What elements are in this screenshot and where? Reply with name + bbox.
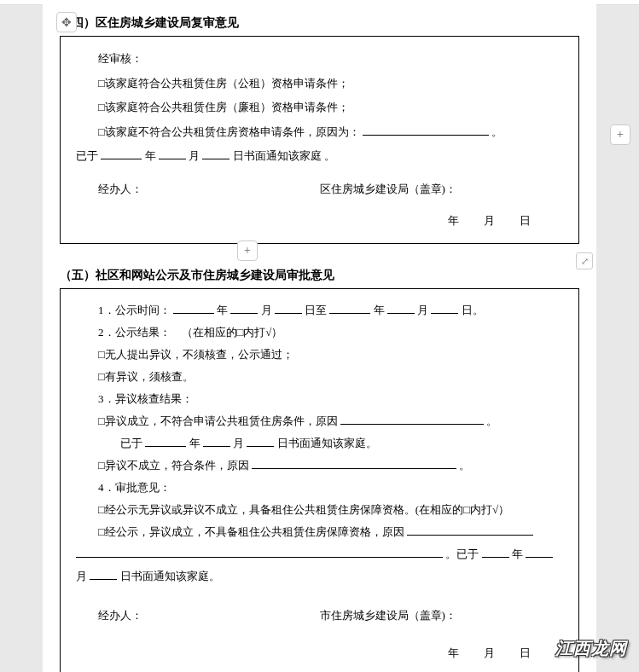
section4-option-2: □该家庭符合公共租赁住房（廉租）资格申请条件；	[76, 96, 563, 120]
section4-date: 年 月 日	[76, 209, 563, 234]
text: 日书面通知该家庭 。	[233, 149, 335, 162]
blank-field[interactable]	[230, 303, 258, 314]
blank-field[interactable]	[431, 303, 458, 314]
text: 月	[189, 149, 200, 162]
blank-field[interactable]	[329, 303, 370, 314]
section5-p4-notify: 。已于 年 月 日书面通知该家庭。	[76, 543, 563, 588]
move-icon[interactable]: ✥	[56, 12, 77, 32]
section4-signature-row: 经办人： 区住房城乡建设局（盖章)：	[76, 177, 563, 202]
text: 日书面通知该家庭。	[120, 570, 220, 582]
text: □异议成立，不符合申请公共租赁住房条件，原因	[98, 414, 338, 427]
blank-field[interactable]	[159, 148, 186, 159]
blank-field[interactable]	[173, 303, 214, 314]
section4-intro: 经审核：	[76, 47, 563, 72]
resize-icon[interactable]: ⤢	[576, 252, 593, 269]
section5-p4b: □经公示，异议成立，不具备租住公共租赁住房保障资格，原因	[76, 521, 563, 543]
section5-p3-notify: 已于 年 月 日书面通知该家庭。	[76, 432, 563, 455]
section5-signature-row: 经办人： 市住房城乡建设局（盖章)：	[76, 605, 563, 627]
section5-p2: 2．公示结果： （在相应的□内打√）	[76, 322, 563, 344]
text: 日至	[305, 304, 327, 316]
text: □经公示，异议成立，不具备租住公共租赁住房保障资格，原因	[98, 525, 404, 538]
section5-p3b: □异议不成立，符合条件，原因 。	[76, 455, 563, 477]
blank-field[interactable]	[407, 524, 533, 536]
section5-p4a: □经公示无异议或异议不成立，具备租住公共租赁住房保障资格。(在相应的□内打√）	[76, 499, 563, 521]
text: 已于	[76, 149, 98, 162]
text: □异议不成立，符合条件，原因	[98, 459, 249, 472]
blank-field[interactable]	[101, 148, 142, 159]
text: 年	[145, 149, 156, 162]
blank-field[interactable]	[247, 436, 274, 447]
blank-field[interactable]	[482, 547, 509, 558]
section4-option-3: □该家庭不符合公共租赁住房资格申请条件，原因为： 。	[76, 120, 563, 145]
section5-p4: 4．审批意见：	[76, 477, 563, 499]
text: 月	[76, 570, 87, 582]
text: 年	[189, 437, 200, 449]
blank-field[interactable]	[387, 303, 415, 314]
watermark: 江西龙网	[555, 637, 627, 660]
text: 月	[233, 437, 244, 449]
blank-field[interactable]	[76, 547, 443, 558]
section4-title: （四）区住房城乡建设局复审意见	[43, 0, 596, 36]
stamp-label: 区住房城乡建设局（盖章)：	[320, 177, 564, 202]
blank-field[interactable]	[340, 414, 484, 425]
text: 。	[459, 459, 470, 472]
blank-field[interactable]	[363, 125, 489, 136]
section5-p1: 1．公示时间： 年 月 日至 年 月 日。	[76, 299, 563, 322]
text: 1．公示时间：	[98, 304, 171, 316]
text: 日。	[462, 304, 484, 316]
handler-label: 经办人：	[76, 177, 320, 202]
blank-field[interactable]	[275, 303, 302, 314]
section5-p2b: □有异议，须核查。	[76, 366, 563, 388]
text: 年	[217, 304, 228, 316]
text: 日书面通知该家庭。	[277, 437, 377, 449]
blank-field[interactable]	[252, 458, 456, 469]
text: 月	[261, 304, 272, 316]
add-icon[interactable]: +	[610, 125, 630, 145]
document-page: （四）区住房城乡建设局复审意见 经审核： □该家庭符合公共租赁住房（公租）资格申…	[43, 0, 596, 672]
add-icon[interactable]: +	[237, 240, 258, 261]
blank-field[interactable]	[202, 148, 229, 159]
section5-title: （五）社区和网站公示及市住房城乡建设局审批意见	[43, 252, 596, 288]
stamp-label: 市住房城乡建设局（盖章)：	[320, 605, 564, 627]
section4-notify: 已于 年 月 日书面通知该家庭 。	[76, 144, 563, 169]
text: 月	[417, 304, 428, 316]
text: 年	[374, 304, 385, 316]
blank-field[interactable]	[526, 547, 553, 558]
section5-p3a: □异议成立，不符合申请公共租赁住房条件，原因 。	[76, 410, 563, 432]
section5-box: 1．公示时间： 年 月 日至 年 月 日。 2．公示结果： （在相应的□内打√）…	[60, 288, 579, 672]
text: □该家庭不符合公共租赁住房资格申请条件，原因为：	[98, 125, 360, 138]
text: 。	[486, 414, 497, 427]
text: 年	[512, 547, 523, 560]
section4-box: 经审核： □该家庭符合公共租赁住房（公租）资格申请条件； □该家庭符合公共租赁住…	[60, 36, 579, 244]
blank-field[interactable]	[203, 436, 230, 447]
section4-option-1: □该家庭符合公共租赁住房（公租）资格申请条件；	[76, 72, 563, 96]
handler-label: 经办人：	[76, 605, 320, 627]
blank-field[interactable]	[145, 436, 186, 447]
section5-p3: 3．异议核查结果：	[76, 388, 563, 410]
blank-field[interactable]	[90, 569, 117, 580]
text: 已于	[120, 437, 142, 449]
section5-p2a: □无人提出异议，不须核查，公示通过；	[76, 344, 563, 366]
section5-date: 年 月 日	[76, 642, 563, 664]
text: 。已于	[445, 547, 479, 560]
text: 。	[491, 125, 502, 138]
